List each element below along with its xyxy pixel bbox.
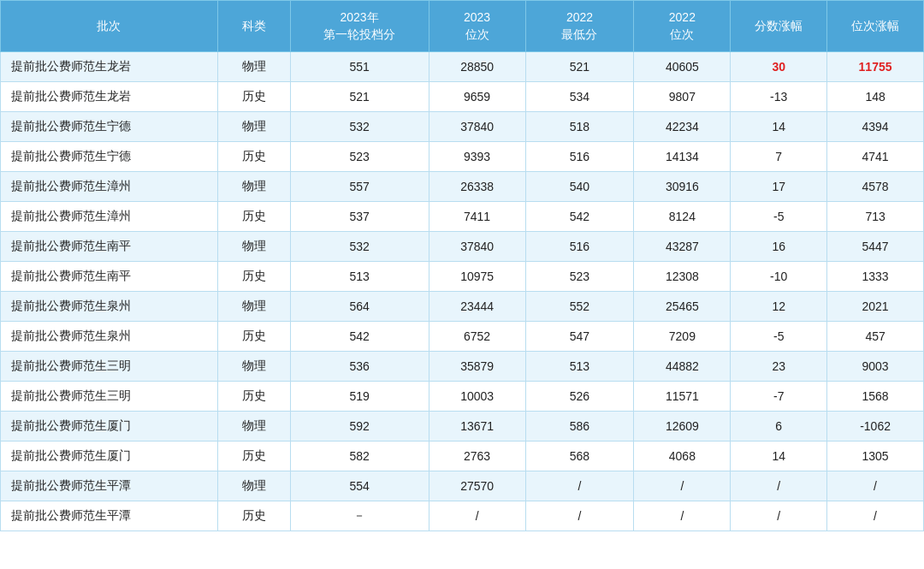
cell-scorechg: 14 [731, 442, 827, 471]
cell-score2023: 532 [290, 112, 429, 142]
cell-type: 物理 [217, 112, 290, 142]
cell-scorechg: -7 [731, 382, 827, 412]
cell-rankchg: 148 [827, 82, 924, 112]
cell-rankchg: 713 [827, 202, 924, 232]
cell-type: 物理 [217, 52, 290, 82]
table-row: 提前批公费师范生南平历史5131097552312308-101333 [1, 262, 924, 292]
cell-score2023: 536 [290, 352, 429, 382]
cell-scorechg: -5 [731, 322, 827, 352]
cell-rank2022: 8124 [634, 202, 731, 232]
cell-type: 物理 [217, 352, 290, 382]
cell-rank2022: 40605 [634, 52, 731, 82]
cell-rank2022: 9807 [634, 82, 731, 112]
cell-type: 物理 [217, 412, 290, 442]
cell-score2022: 547 [525, 322, 634, 352]
cell-rank2023: 6752 [429, 322, 525, 352]
cell-rankchg: / [827, 471, 924, 501]
table-row: 提前批公费师范生宁德历史52393935161413474741 [1, 142, 924, 172]
cell-batch: 提前批公费师范生三明 [1, 382, 218, 412]
cell-score2023: 519 [290, 382, 429, 412]
cell-batch: 提前批公费师范生平潭 [1, 471, 218, 501]
cell-batch: 提前批公费师范生南平 [1, 232, 218, 262]
cell-score2023: 542 [290, 322, 429, 352]
cell-scorechg: 7 [731, 142, 827, 172]
cell-batch: 提前批公费师范生泉州 [1, 292, 218, 322]
table-row: 提前批公费师范生南平物理5323784051643287165447 [1, 232, 924, 262]
cell-rankchg: 4394 [827, 112, 924, 142]
cell-scorechg: / [731, 501, 827, 531]
cell-rankchg: 9003 [827, 352, 924, 382]
cell-rankchg: 2021 [827, 292, 924, 322]
cell-rank2023: 37840 [429, 112, 525, 142]
cell-score2022: 568 [525, 442, 634, 471]
table-row: 提前批公费师范生三明历史5191000352611571-71568 [1, 382, 924, 412]
table-header-row: 批次 科类 2023年第一轮投档分 2023位次 2022最低分 2022位次 … [1, 1, 924, 52]
cell-score2022: 516 [525, 142, 634, 172]
cell-score2022: 552 [525, 292, 634, 322]
cell-rank2022: 12609 [634, 412, 731, 442]
cell-score2022: / [525, 501, 634, 531]
cell-scorechg: 17 [731, 172, 827, 202]
cell-type: 物理 [217, 471, 290, 501]
cell-rank2022: / [634, 501, 731, 531]
header-score2023: 2023年第一轮投档分 [290, 1, 429, 52]
cell-scorechg: 6 [731, 412, 827, 442]
cell-score2022: 542 [525, 202, 634, 232]
cell-rank2023: 26338 [429, 172, 525, 202]
cell-score2022: 523 [525, 262, 634, 292]
cell-batch: 提前批公费师范生厦门 [1, 412, 218, 442]
cell-score2023: 513 [290, 262, 429, 292]
cell-score2023: － [290, 501, 429, 531]
cell-score2022: / [525, 471, 634, 501]
cell-score2023: 582 [290, 442, 429, 471]
header-type: 科类 [217, 1, 290, 52]
cell-scorechg: -5 [731, 202, 827, 232]
cell-rank2022: 14134 [634, 142, 731, 172]
cell-rankchg: 1568 [827, 382, 924, 412]
cell-rank2023: 7411 [429, 202, 525, 232]
cell-scorechg: 14 [731, 112, 827, 142]
cell-rankchg: 4578 [827, 172, 924, 202]
cell-rankchg: 457 [827, 322, 924, 352]
table-row: 提前批公费师范生厦门历史58227635684068141305 [1, 442, 924, 471]
cell-type: 历史 [217, 322, 290, 352]
cell-score2023: 564 [290, 292, 429, 322]
cell-rank2022: 12308 [634, 262, 731, 292]
cell-rank2023: 28850 [429, 52, 525, 82]
cell-rank2022: 30916 [634, 172, 731, 202]
header-rank2022: 2022位次 [634, 1, 731, 52]
cell-score2023: 554 [290, 471, 429, 501]
data-table: 批次 科类 2023年第一轮投档分 2023位次 2022最低分 2022位次 … [0, 0, 924, 531]
table-row: 提前批公费师范生泉州历史54267525477209-5457 [1, 322, 924, 352]
cell-rank2022: 11571 [634, 382, 731, 412]
cell-batch: 提前批公费师范生南平 [1, 262, 218, 292]
cell-rank2023: 9659 [429, 82, 525, 112]
table-row: 提前批公费师范生漳州历史53774115428124-5713 [1, 202, 924, 232]
cell-rank2023: 23444 [429, 292, 525, 322]
cell-rank2023: 9393 [429, 142, 525, 172]
header-rank2023: 2023位次 [429, 1, 525, 52]
cell-batch: 提前批公费师范生平潭 [1, 501, 218, 531]
header-scorechg: 分数涨幅 [731, 1, 827, 52]
cell-batch: 提前批公费师范生宁德 [1, 142, 218, 172]
cell-batch: 提前批公费师范生漳州 [1, 172, 218, 202]
cell-score2023: 557 [290, 172, 429, 202]
cell-rank2023: 2763 [429, 442, 525, 471]
cell-scorechg: 16 [731, 232, 827, 262]
table-row: 提前批公费师范生三明物理5363587951344882239003 [1, 352, 924, 382]
cell-type: 物理 [217, 292, 290, 322]
table-row: 提前批公费师范生宁德物理5323784051842234144394 [1, 112, 924, 142]
cell-rank2022: 42234 [634, 112, 731, 142]
cell-rankchg: -1062 [827, 412, 924, 442]
cell-score2022: 513 [525, 352, 634, 382]
cell-type: 历史 [217, 202, 290, 232]
cell-type: 物理 [217, 172, 290, 202]
cell-rank2023: 13671 [429, 412, 525, 442]
header-batch: 批次 [1, 1, 218, 52]
cell-score2022: 521 [525, 52, 634, 82]
cell-rankchg: 1333 [827, 262, 924, 292]
table-row: 提前批公费师范生泉州物理5642344455225465122021 [1, 292, 924, 322]
cell-type: 历史 [217, 382, 290, 412]
cell-rank2023: 35879 [429, 352, 525, 382]
cell-score2023: 537 [290, 202, 429, 232]
